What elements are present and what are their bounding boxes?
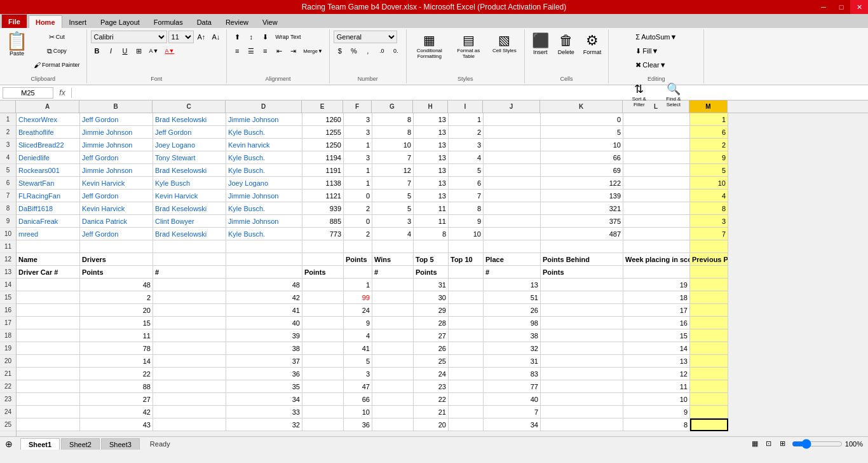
cell-E23[interactable] [302,393,344,406]
cell-M3[interactable]: 2 [690,139,728,151]
cell-A18[interactable] [17,329,80,342]
cell-K16[interactable] [541,304,623,317]
col-header-g[interactable]: G [372,100,413,113]
cell-A16[interactable] [17,304,80,317]
cell-F15[interactable]: 99 [344,291,372,304]
cell-G17[interactable] [372,317,414,329]
row-num-11[interactable]: 11 [0,240,16,253]
align-bottom-button[interactable]: ⬇ [259,31,271,43]
tab-page-layout[interactable]: Page Layout [93,15,147,28]
cell-I7[interactable]: 7 [449,190,484,202]
cell-G9[interactable]: 3 [372,215,414,228]
cell-C2[interactable]: Jeff Gordon [153,126,226,139]
col-header-f[interactable]: F [343,100,372,113]
cell-D18[interactable]: 39 [226,329,302,342]
format-cells-button[interactable]: ⚙ Format [580,31,605,57]
cell-M20[interactable] [690,355,728,368]
cell-M10[interactable]: 7 [690,228,728,240]
cell-J6[interactable] [484,177,541,190]
cell-L14[interactable]: 19 [623,279,690,291]
row-num-10[interactable]: 10 [0,228,16,240]
cell-L16[interactable]: 17 [623,304,690,317]
cell-I1[interactable]: 1 [449,113,484,126]
cell-J21[interactable]: 83 [484,368,541,380]
row-num-17[interactable]: 17 [0,317,16,329]
bold-button[interactable]: B [91,45,104,57]
cell-G13[interactable]: # [372,266,414,279]
cell-I19[interactable] [449,342,484,355]
cell-A12[interactable]: Name [17,253,80,266]
cell-F1[interactable]: 3 [344,113,372,126]
cell-B2[interactable]: Jimmie Johnson [80,126,153,139]
cell-B3[interactable]: Jimmie Johnson [80,139,153,151]
tab-file[interactable]: File [1,14,27,28]
number-format-select[interactable]: General [334,31,397,43]
cell-A13[interactable]: Driver Car # [17,266,80,279]
cell-I22[interactable] [449,380,484,393]
cell-G21[interactable] [372,368,414,380]
select-all-button[interactable] [0,100,16,113]
cell-K3[interactable]: 10 [541,139,623,151]
fill-color-button[interactable]: A▼ [147,45,161,57]
cell-A6[interactable]: StewartFan [17,177,80,190]
cell-I11[interactable] [449,240,484,253]
cell-D4[interactable]: Kyle Busch. [226,151,302,164]
cell-M19[interactable] [690,342,728,355]
row-num-3[interactable]: 3 [0,139,16,151]
cell-F9[interactable]: 0 [344,215,372,228]
cell-J24[interactable]: 7 [484,406,541,418]
cell-L12[interactable]: Week placing in scoring [623,253,690,266]
cell-M23[interactable] [690,393,728,406]
cell-F21[interactable]: 3 [344,368,372,380]
cell-A14[interactable] [17,279,80,291]
cell-D17[interactable]: 40 [226,317,302,329]
cell-M22[interactable] [690,380,728,393]
format-painter-button[interactable]: 🖌 Format Painter [31,59,83,71]
cell-D2[interactable]: Kyle Busch. [226,126,302,139]
cell-D10[interactable]: Kyle Busch. [226,228,302,240]
cell-B14[interactable]: 48 [80,279,153,291]
cell-D20[interactable]: 37 [226,355,302,368]
cell-H23[interactable]: 22 [414,393,449,406]
cell-J25[interactable]: 34 [484,418,541,431]
cell-G3[interactable]: 10 [372,139,414,151]
row-num-9[interactable]: 9 [0,215,16,228]
cell-D14[interactable]: 48 [226,279,302,291]
cell-F18[interactable]: 4 [344,329,372,342]
row-num-20[interactable]: 20 [0,355,16,368]
cell-I6[interactable]: 6 [449,177,484,190]
cell-reference-box[interactable]: M25 [3,87,53,99]
insert-cells-button[interactable]: ⬛ Insert [529,31,552,57]
cell-F22[interactable]: 47 [344,380,372,393]
cell-F5[interactable]: 1 [344,164,372,177]
cell-I9[interactable]: 9 [449,215,484,228]
cell-H16[interactable]: 29 [414,304,449,317]
cell-I5[interactable]: 5 [449,164,484,177]
cell-L20[interactable]: 13 [623,355,690,368]
cell-K14[interactable] [541,279,623,291]
cell-C16[interactable] [153,304,226,317]
cell-D7[interactable]: Jimmie Johnson [226,190,302,202]
cell-B20[interactable]: 14 [80,355,153,368]
wrap-text-button[interactable]: Wrap Text [273,31,303,43]
cell-H17[interactable]: 28 [414,317,449,329]
cell-A17[interactable] [17,317,80,329]
cell-B8[interactable]: Kevin Harvick [80,202,153,215]
row-num-19[interactable]: 19 [0,342,16,355]
cell-A2[interactable]: Breathoflife [17,126,80,139]
row-num-2[interactable]: 2 [0,126,16,139]
cell-L7[interactable] [623,190,690,202]
sheet-tab-1[interactable]: Sheet1 [20,438,60,450]
cell-C5[interactable]: Brad Keselowski [153,164,226,177]
cell-H24[interactable]: 21 [414,406,449,418]
cell-K20[interactable] [541,355,623,368]
cell-B11[interactable] [80,240,153,253]
col-header-i[interactable]: I [448,100,483,113]
cell-L2[interactable] [623,126,690,139]
cell-F23[interactable]: 66 [344,393,372,406]
cell-J20[interactable]: 31 [484,355,541,368]
cell-G24[interactable] [372,406,414,418]
cell-F4[interactable]: 3 [344,151,372,164]
cell-L11[interactable] [623,240,690,253]
cell-F11[interactable] [344,240,372,253]
